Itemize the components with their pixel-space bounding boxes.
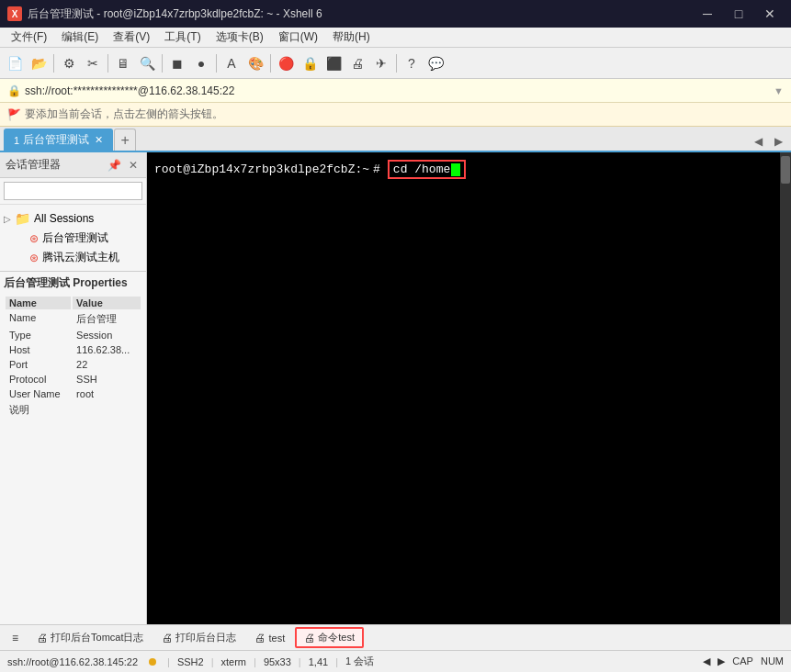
close-button[interactable]: ✕ xyxy=(756,5,784,23)
tb-sep2 xyxy=(107,54,108,73)
quick-command-bar: ≡ 🖨 打印后台Tomcat日志 🖨 打印后台日志 🖨 test 🖨 命令tes… xyxy=(0,624,791,650)
status-terminal: xterm xyxy=(221,656,247,667)
tb-save[interactable]: ✈ xyxy=(370,52,392,74)
terminal-scrollbar[interactable] xyxy=(780,152,791,624)
quick-btn-tomcat-log[interactable]: 🖨 打印后台Tomcat日志 xyxy=(28,628,152,647)
command-text: cd /home xyxy=(393,162,450,176)
tb-help[interactable]: ? xyxy=(401,52,423,74)
props-row-1-val: Session xyxy=(73,329,141,342)
session-label-1: 后台管理测试 xyxy=(42,230,108,246)
props-row-1: Type Session xyxy=(6,329,141,342)
tb-open[interactable]: 📂 xyxy=(28,52,50,74)
menu-help[interactable]: 帮助(H) xyxy=(325,28,378,47)
terminal-scrollbar-thumb[interactable] xyxy=(781,156,790,184)
minimize-button[interactable]: ─ xyxy=(694,5,721,23)
terminal-prompt: root@iZbp14x7zrbp3kdlpe2fcbZ:~ # cd /hom… xyxy=(154,160,784,179)
props-row-5-key: User Name xyxy=(6,387,71,400)
address-dropdown[interactable]: ▼ xyxy=(774,85,784,96)
maximize-button[interactable]: □ xyxy=(725,5,752,23)
prompt-hash: # xyxy=(373,162,380,176)
menu-bar: 文件(F) 编辑(E) 查看(V) 工具(T) 选项卡(B) 窗口(W) 帮助(… xyxy=(0,28,791,48)
tb-print[interactable]: 🖨 xyxy=(346,52,368,74)
tb-copy[interactable]: ⚙ xyxy=(58,52,80,74)
tab-add-button[interactable]: + xyxy=(114,129,136,151)
tb-color[interactable]: 🎨 xyxy=(244,52,266,74)
tb-font[interactable]: A xyxy=(220,52,243,74)
quick-btn-test[interactable]: 🖨 test xyxy=(246,629,293,647)
tb-new-session[interactable]: 📄 xyxy=(4,52,26,74)
quick-print-icon-1: 🖨 xyxy=(37,632,48,644)
terminal-area[interactable]: root@iZbp14x7zrbp3kdlpe2fcbZ:~ # cd /hom… xyxy=(147,152,791,624)
tab-bar: 1 后台管理测试 ✕ + ◀ ▶ xyxy=(0,127,791,152)
session-icon-2: ⊛ xyxy=(29,252,39,264)
status-address-text: ssh://root@116.62.38.145:22 xyxy=(7,656,138,667)
address-text: ssh://root:***************@116.62.38.145… xyxy=(25,84,234,97)
status-right: ◀ ▶ CAP NUM xyxy=(703,655,784,667)
props-row-0-val: 后台管理 xyxy=(73,311,141,327)
menu-view[interactable]: 查看(V) xyxy=(106,28,157,47)
tb-sep1 xyxy=(53,54,54,73)
props-row-3-key: Port xyxy=(6,358,71,371)
status-protocol: SSH2 xyxy=(177,656,204,667)
sidebar-pin-button[interactable]: 📌 xyxy=(105,158,124,173)
status-indicator xyxy=(149,658,156,666)
sidebar-close-button[interactable]: ✕ xyxy=(126,158,141,173)
sidebar: 会话管理器 📌 ✕ ▷ 📁 All Sessions ⊛ 后台管理测试 ⊛ 腾讯… xyxy=(0,152,147,624)
properties-table: Name Value Name 后台管理 Type Session Host 1… xyxy=(4,295,142,420)
props-row-0: Name 后台管理 xyxy=(6,311,141,327)
main-layout: 会话管理器 📌 ✕ ▷ 📁 All Sessions ⊛ 后台管理测试 ⊛ 腾讯… xyxy=(0,152,791,624)
tab-session-1[interactable]: 1 后台管理测试 ✕ xyxy=(4,129,113,151)
terminal-cursor xyxy=(451,163,460,176)
props-row-2-val: 116.62.38... xyxy=(73,343,141,356)
quick-btn-menu[interactable]: ≡ xyxy=(4,629,27,647)
sidebar-header-controls: 📌 ✕ xyxy=(105,158,141,173)
sidebar-item-session2[interactable]: ⊛ 腾讯云测试主机 xyxy=(0,248,146,267)
quick-btn-test-label: test xyxy=(268,633,285,644)
menu-file[interactable]: 文件(F) xyxy=(4,28,54,47)
quick-print-icon-2: 🖨 xyxy=(162,632,173,644)
status-cursor: 1,41 xyxy=(309,656,328,667)
menu-edit[interactable]: 编辑(E) xyxy=(54,28,106,47)
menu-tabs[interactable]: 选项卡(B) xyxy=(209,28,271,47)
props-row-6-val xyxy=(73,402,141,418)
quick-btn-command-test[interactable]: 🖨 命令test xyxy=(295,627,364,648)
tab-prev-button[interactable]: ◀ xyxy=(749,132,767,151)
quick-btn-backend-log[interactable]: 🖨 打印后台日志 xyxy=(153,628,244,647)
tree-root-label: All Sessions xyxy=(34,212,94,225)
tb-fullscreen[interactable]: ⬛ xyxy=(322,52,345,74)
props-row-3-val: 22 xyxy=(73,358,141,371)
info-icon: 🚩 xyxy=(7,108,21,121)
tab-close-icon[interactable]: ✕ xyxy=(95,134,103,146)
tb-disconnect[interactable]: 🔍 xyxy=(136,52,158,74)
status-sessions: 1 会话 xyxy=(345,655,374,668)
quick-btn-backend-label: 打印后台日志 xyxy=(175,631,236,644)
tab-next-button[interactable]: ▶ xyxy=(769,132,787,151)
tb-zoom-out[interactable]: 🔒 xyxy=(299,52,321,74)
tb-settings[interactable]: ● xyxy=(190,52,212,74)
status-size: 95x33 xyxy=(264,656,291,667)
status-nav-left[interactable]: ◀ xyxy=(703,655,710,667)
tb-paste[interactable]: ✂ xyxy=(82,52,104,74)
tb-chat[interactable]: 💬 xyxy=(424,52,446,74)
quick-menu-icon: ≡ xyxy=(12,632,18,644)
tab-navigation: ◀ ▶ xyxy=(749,132,787,151)
status-nav-right[interactable]: ▶ xyxy=(718,655,725,667)
tree-root-folder[interactable]: ▷ 📁 All Sessions xyxy=(0,208,146,229)
info-bar: 🚩 要添加当前会话，点击左侧的箭头按钮。 xyxy=(0,103,791,127)
menu-tools[interactable]: 工具(T) xyxy=(157,28,208,47)
status-num: NUM xyxy=(761,655,784,667)
sidebar-search-input[interactable] xyxy=(4,182,142,200)
props-row-2: Host 116.62.38... xyxy=(6,343,141,356)
session-label-2: 腾讯云测试主机 xyxy=(42,250,119,265)
sidebar-item-session1[interactable]: ⊛ 后台管理测试 xyxy=(0,229,146,248)
status-address: ssh://root@116.62.38.145:22 xyxy=(7,656,138,667)
menu-window[interactable]: 窗口(W) xyxy=(271,28,325,47)
props-row-6: 说明 xyxy=(6,402,141,418)
props-row-3: Port 22 xyxy=(6,358,141,371)
title-bar: X 后台管理测试 - root@iZbp14x7zrbp3kdlpe2fcbZ:… xyxy=(0,0,791,28)
quick-btn-tomcat-label: 打印后台Tomcat日志 xyxy=(51,631,143,644)
status-bar: ssh://root@116.62.38.145:22 | SSH2 | xte… xyxy=(0,650,791,672)
tb-connect[interactable]: 🖥 xyxy=(112,52,134,74)
tb-zoom-in[interactable]: 🔴 xyxy=(275,52,297,74)
tb-terminal[interactable]: ◼ xyxy=(166,52,188,74)
